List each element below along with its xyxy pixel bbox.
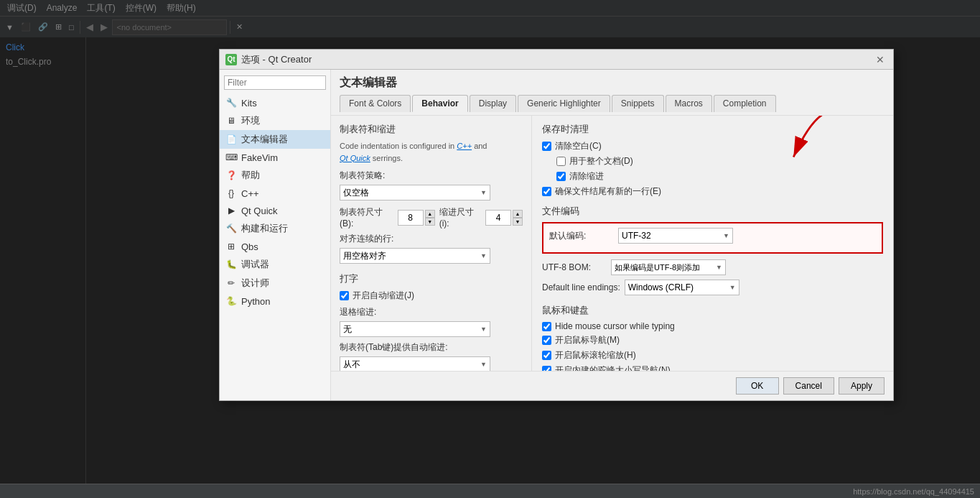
status-bar: https://blog.csdn.net/qq_44094415 <box>0 484 980 498</box>
auto-indent-label: 开启自动缩进(J) <box>353 290 414 302</box>
hide-cursor-row: Hide mouse cursor while typing <box>542 321 883 331</box>
tab-size-up[interactable]: ▲ <box>425 210 435 218</box>
save-section-title: 保存时清理 <box>542 123 883 136</box>
hide-cursor-checkbox[interactable] <box>542 322 551 331</box>
default-encoding-arrow: ▼ <box>723 232 729 239</box>
tab-font-colors[interactable]: Font & Colors <box>340 95 411 112</box>
qt-quick-link[interactable]: Qt Quick <box>340 154 370 162</box>
nav-item-help[interactable]: ❓ 帮助 <box>220 166 330 185</box>
entire-doc-label: 用于整个文档(D) <box>569 155 633 167</box>
tab-key-combo[interactable]: 从不 ▼ <box>340 356 490 371</box>
clean-indent-label: 清除缩进 <box>569 170 604 183</box>
tab-size-spinner-btns: ▲ ▼ <box>425 210 435 226</box>
dialog-body-right: 保存时清理 清除空白(C) 用于整个文档(D) 清除缩进 <box>532 116 893 371</box>
tab-key-value: 从不 <box>343 359 360 371</box>
entire-doc-row: 用于整个文档(D) <box>556 155 883 167</box>
dedent-combo[interactable]: 无 ▼ <box>340 321 490 337</box>
nav-item-text-editor[interactable]: 📄 文本编辑器 <box>220 130 330 149</box>
tab-completion[interactable]: Completion <box>714 95 776 112</box>
default-encoding-label: 默认编码: <box>549 230 614 242</box>
typing-section-title: 打字 <box>340 272 523 285</box>
utf8-bom-label: UTF-8 BOM: <box>542 262 607 272</box>
indent-size-input[interactable] <box>485 210 511 226</box>
tab-snippets[interactable]: Snippets <box>612 95 664 112</box>
line-endings-combo[interactable]: Windows (CRLF) ▼ <box>625 280 739 295</box>
ensure-newline-checkbox[interactable] <box>542 187 551 196</box>
indent-section-title: 制表符和缩进 <box>340 123 523 136</box>
tab-display[interactable]: Display <box>470 95 516 112</box>
tab-generic-highlighter[interactable]: Generic Highlighter <box>518 95 610 112</box>
nav-item-qt-quick[interactable]: ▶ Qt Quick <box>220 202 330 219</box>
nav-item-debugger[interactable]: 🐛 调试器 <box>220 255 330 274</box>
status-url: https://blog.csdn.net/qq_44094415 <box>853 487 974 496</box>
help-icon: ❓ <box>225 170 237 181</box>
nav-item-cpp[interactable]: {} C++ <box>220 185 330 202</box>
nav-filter-input[interactable] <box>224 75 326 90</box>
indent-note: Code indentation is configured in C++ an… <box>340 140 523 164</box>
nav-item-designer-label: 设计师 <box>241 277 269 290</box>
mouse-nav-row: 开启鼠标导航(M) <box>542 334 883 346</box>
line-endings-value: Windows (CRLF) <box>628 282 694 292</box>
tab-size-input[interactable] <box>398 210 424 226</box>
nav-item-help-label: 帮助 <box>241 169 260 182</box>
mouse-nav-checkbox[interactable] <box>542 336 551 345</box>
nav-item-designer[interactable]: ✏ 设计师 <box>220 274 330 292</box>
cancel-button[interactable]: Cancel <box>783 377 834 395</box>
scroll-zoom-row: 开启鼠标滚轮缩放(H) <box>542 349 883 361</box>
utf8-bom-arrow: ▼ <box>716 264 722 271</box>
nav-item-env[interactable]: 🖥 环境 <box>220 111 330 130</box>
dialog-titlebar: Qt 选项 - Qt Creator ✕ <box>220 50 893 70</box>
tab-size-label: 制表符尺寸(B): <box>340 206 393 229</box>
auto-indent-row: 开启自动缩进(J) <box>340 290 523 302</box>
align-combo[interactable]: 用空格对齐 ▼ <box>340 248 490 264</box>
line-endings-arrow: ▼ <box>729 284 736 291</box>
dialog-tabs: Font & Colors Behavior Display Generic H… <box>340 95 885 112</box>
env-icon: 🖥 <box>225 115 237 126</box>
dialog-nav: 🔧 Kits 🖥 环境 📄 文本编辑器 ⌨ FakeVim ❓ 帮助 {} C <box>220 70 331 400</box>
fakevim-icon: ⌨ <box>225 152 237 163</box>
nav-item-qbs-label: Qbs <box>241 241 258 252</box>
indent-strategy-value: 仅空格 <box>343 187 369 199</box>
auto-indent-checkbox[interactable] <box>340 291 349 300</box>
line-endings-row: Default line endings: Windows (CRLF) ▼ <box>542 280 883 295</box>
nav-item-kits[interactable]: 🔧 Kits <box>220 94 330 111</box>
indent-strategy-combo[interactable]: 仅空格 ▼ <box>340 185 490 200</box>
default-encoding-combo[interactable]: UTF-32 ▼ <box>618 228 733 244</box>
ok-button[interactable]: OK <box>736 377 779 395</box>
nav-item-fakevim[interactable]: ⌨ FakeVim <box>220 149 330 166</box>
tab-behavior[interactable]: Behavior <box>412 95 467 112</box>
nav-item-cpp-label: C++ <box>241 188 259 199</box>
dialog-main: 文本编辑器 Font & Colors Behavior Display Gen… <box>331 70 893 400</box>
dialog-title-text: 选项 - Qt Creator <box>241 53 873 66</box>
dialog-close-button[interactable]: ✕ <box>873 52 887 67</box>
dialog-main-body: 制表符和缩进 Code indentation is configured in… <box>331 116 893 371</box>
clean-indent-checkbox[interactable] <box>556 172 566 181</box>
nav-item-python-label: Python <box>241 296 270 307</box>
indent-size-down[interactable]: ▼ <box>513 218 523 226</box>
nav-item-build-run[interactable]: 🔨 构建和运行 <box>220 219 330 238</box>
tab-macros[interactable]: Macros <box>666 95 712 112</box>
dialog-content: 🔧 Kits 🖥 环境 📄 文本编辑器 ⌨ FakeVim ❓ 帮助 {} C <box>220 70 893 400</box>
tab-size-down[interactable]: ▼ <box>425 218 435 226</box>
cpp-link[interactable]: C++ <box>457 142 472 150</box>
nav-item-qbs[interactable]: ⊞ Qbs <box>220 238 330 255</box>
scroll-zoom-checkbox[interactable] <box>542 351 551 360</box>
nav-item-build-run-label: 构建和运行 <box>241 222 288 235</box>
nav-item-debugger-label: 调试器 <box>241 258 269 271</box>
apply-button[interactable]: Apply <box>839 377 885 395</box>
utf8-bom-combo[interactable]: 如果编码是UTF-8则添加 ▼ <box>611 259 726 275</box>
qt-quick-icon: ▶ <box>225 205 237 216</box>
nav-item-fakevim-label: FakeVim <box>241 152 278 163</box>
clean-indent-row: 清除缩进 <box>556 170 883 183</box>
tab-key-label: 制表符(Tab键)提供自动缩进: <box>340 341 523 354</box>
dedent-value: 无 <box>343 323 352 336</box>
scroll-zoom-label: 开启鼠标滚轮缩放(H) <box>555 349 636 361</box>
align-value: 用空格对齐 <box>343 250 386 262</box>
clean-whitespace-checkbox[interactable] <box>542 142 551 151</box>
nav-item-python[interactable]: 🐍 Python <box>220 292 330 310</box>
indent-size-up[interactable]: ▲ <box>513 210 523 218</box>
camel-case-checkbox[interactable] <box>542 366 551 371</box>
kits-icon: 🔧 <box>225 97 237 109</box>
entire-doc-checkbox[interactable] <box>556 157 566 166</box>
nav-item-qt-quick-label: Qt Quick <box>241 206 278 216</box>
